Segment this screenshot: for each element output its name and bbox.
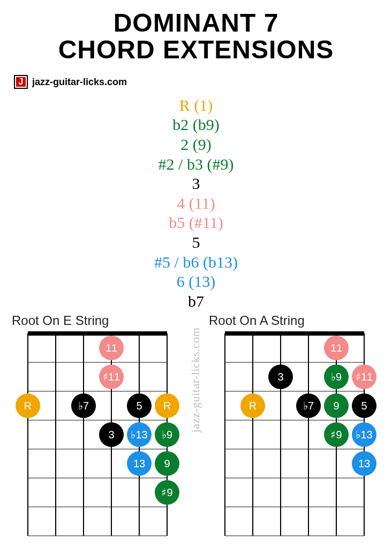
- brand-badge-letter: J: [16, 77, 26, 87]
- fret-note: 11: [99, 336, 124, 360]
- interval-item: #5 / b6 (b13): [0, 253, 392, 272]
- title-line-2: CHORD EXTENSIONS: [58, 35, 334, 64]
- fret-note: ♯9: [324, 422, 349, 447]
- interval-item: R (1): [0, 96, 392, 116]
- title-line-1: DOMINANT 7: [114, 9, 279, 37]
- fret-note: 5: [127, 393, 152, 418]
- site-brand: J jazz-guitar-licks.com: [14, 75, 127, 89]
- interval-item: #2 / b3 (#9): [0, 155, 392, 174]
- interval-item: 4 (11): [0, 194, 392, 214]
- fret-note: R: [155, 393, 179, 418]
- fret-note: ♭13: [127, 422, 152, 447]
- brand-text: jazz-guitar-licks.com: [32, 77, 127, 88]
- fret-note: ♯9: [155, 480, 179, 505]
- diagram-title: Root On E String: [12, 313, 183, 328]
- fret-note: ♭7: [71, 393, 96, 418]
- fret-note: R: [240, 393, 265, 418]
- fret-note: 3: [99, 422, 124, 447]
- fretboard-diagram: Root On E String11♯11R♭75R3♭13♭9139♯9: [12, 313, 183, 538]
- interval-item: b7: [0, 292, 392, 312]
- interval-item: b5 (#11): [0, 213, 392, 233]
- fret-note: ♯11: [99, 365, 124, 389]
- fret-note: ♭9: [155, 422, 179, 447]
- fret-note: 9: [155, 451, 179, 476]
- fret-note: ♭9: [324, 365, 349, 389]
- interval-item: 2 (9): [0, 135, 392, 155]
- interval-list: R (1)b2 (b9)2 (9)#2 / b3 (#9)34 (11)b5 (…: [0, 96, 392, 312]
- fretboard-grid: 113♭9♯11R♭795♯9♭1313: [209, 330, 380, 538]
- fret-note: R: [16, 393, 40, 418]
- fret-note: ♯11: [352, 365, 376, 389]
- fret-note: 13: [352, 451, 376, 476]
- interval-item: 6 (13): [0, 272, 392, 292]
- page-title: DOMINANT 7 CHORD EXTENSIONS: [0, 0, 392, 64]
- watermark-text: jazz-guitar-licks.com: [189, 328, 202, 432]
- fret-note: 9: [324, 393, 349, 418]
- fret-note: 11: [324, 336, 349, 360]
- fret-note: 13: [127, 451, 152, 476]
- fret-note: ♭7: [296, 393, 321, 418]
- fretboard-grid: 11♯11R♭75R3♭13♭9139♯9: [12, 330, 183, 538]
- diagram-title: Root On A String: [209, 313, 380, 328]
- interval-item: b2 (b9): [0, 115, 392, 135]
- fret-note: ♭13: [352, 422, 376, 447]
- brand-badge-icon: J: [14, 75, 28, 89]
- interval-item: 5: [0, 233, 392, 253]
- fretboard-diagram: Root On A String113♭9♯11R♭795♯9♭1313: [209, 313, 380, 538]
- interval-item: 3: [0, 174, 392, 194]
- fret-note: 5: [352, 393, 376, 418]
- fret-note: 3: [268, 365, 293, 389]
